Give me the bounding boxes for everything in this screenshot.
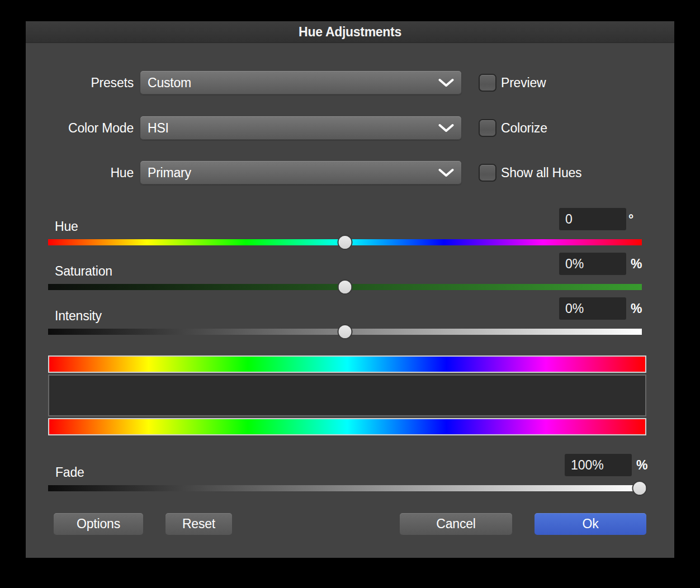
hue-value-input[interactable]: 0 bbox=[559, 208, 626, 230]
hue-slider-track[interactable] bbox=[48, 239, 642, 245]
show-all-hues-checkbox-label: Show all Hues bbox=[501, 161, 581, 184]
hue-slider-thumb[interactable] bbox=[338, 235, 353, 250]
intensity-slider-thumb[interactable] bbox=[338, 324, 353, 339]
preview-checkbox[interactable] bbox=[479, 74, 496, 92]
chevron-down-icon bbox=[438, 124, 454, 132]
options-button[interactable]: Options bbox=[54, 513, 143, 535]
saturation-slider-track[interactable] bbox=[48, 284, 642, 290]
intensity-value-input[interactable]: 0% bbox=[559, 297, 626, 320]
chevron-down-icon bbox=[438, 169, 454, 177]
fade-value-input[interactable]: 100% bbox=[565, 454, 632, 476]
hue-adjustments-dialog: Hue Adjustments Presets Custom Preview C… bbox=[26, 21, 674, 558]
intensity-slider-label: Intensity bbox=[55, 308, 102, 324]
saturation-slider-thumb[interactable] bbox=[338, 279, 353, 295]
intensity-slider-track[interactable] bbox=[48, 329, 642, 335]
preview-checkbox-label: Preview bbox=[501, 71, 546, 94]
intensity-unit: % bbox=[631, 297, 653, 320]
hue-slider-label: Hue bbox=[55, 219, 78, 234]
colorize-checkbox[interactable] bbox=[479, 119, 496, 137]
presets-dropdown[interactable]: Custom bbox=[140, 71, 461, 94]
colorize-checkbox-label: Colorize bbox=[501, 116, 547, 140]
hue-select-label: Hue bbox=[26, 161, 134, 184]
chevron-down-icon bbox=[438, 79, 454, 87]
hue-unit: ° bbox=[628, 208, 651, 230]
color-mode-row: Color Mode HSI Colorize bbox=[26, 116, 674, 140]
dialog-title: Hue Adjustments bbox=[299, 25, 401, 40]
presets-label: Presets bbox=[26, 71, 134, 94]
hue-spectrum-bottom-bar[interactable] bbox=[48, 418, 646, 435]
ok-button[interactable]: Ok bbox=[535, 513, 646, 535]
color-mode-dropdown-value: HSI bbox=[148, 116, 169, 140]
hue-dropdown[interactable]: Primary bbox=[140, 161, 461, 184]
show-all-hues-checkbox[interactable] bbox=[479, 164, 496, 182]
saturation-unit: % bbox=[631, 253, 653, 275]
fade-slider-track[interactable] bbox=[48, 485, 642, 491]
presets-row: Presets Custom Preview bbox=[26, 71, 674, 94]
dialog-titlebar[interactable]: Hue Adjustments bbox=[26, 21, 674, 43]
fade-slider-label: Fade bbox=[55, 464, 84, 480]
hue-spectrum-top-bar[interactable] bbox=[48, 355, 646, 373]
hue-dropdown-value: Primary bbox=[148, 161, 191, 184]
hue-range-panel[interactable] bbox=[48, 374, 646, 416]
presets-dropdown-value: Custom bbox=[148, 71, 191, 94]
hue-row: Hue Primary Show all Hues bbox=[26, 161, 674, 184]
fade-slider-thumb[interactable] bbox=[632, 481, 647, 496]
saturation-value-input[interactable]: 0% bbox=[559, 253, 626, 275]
fade-unit: % bbox=[636, 454, 659, 476]
color-mode-label: Color Mode bbox=[26, 116, 134, 140]
reset-button[interactable]: Reset bbox=[165, 513, 232, 535]
cancel-button[interactable]: Cancel bbox=[400, 513, 512, 535]
saturation-slider-label: Saturation bbox=[55, 263, 112, 279]
color-mode-dropdown[interactable]: HSI bbox=[140, 116, 461, 140]
